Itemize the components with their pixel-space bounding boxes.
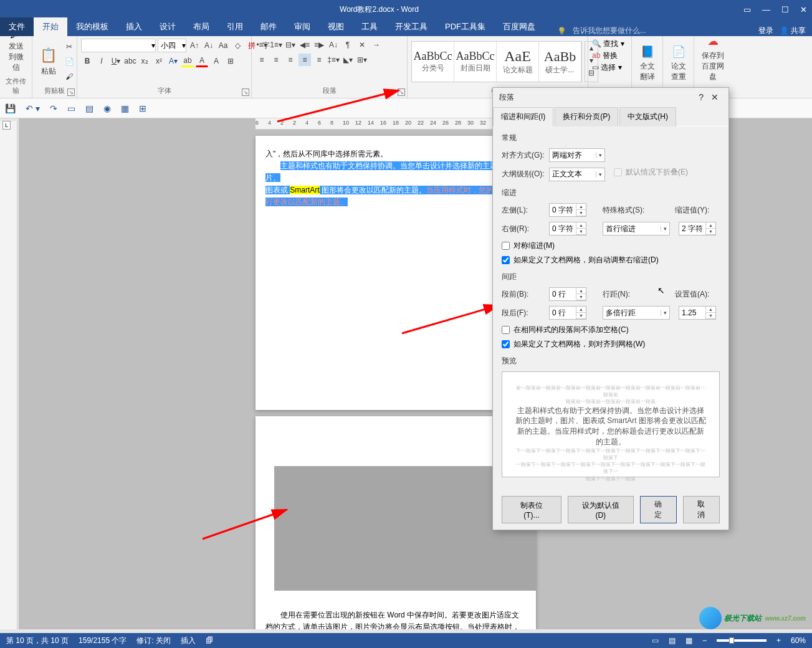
zoom-percent[interactable]: 60%: [791, 636, 806, 645]
view-web-icon[interactable]: ▦: [685, 636, 692, 645]
justify-icon[interactable]: ≡: [299, 54, 311, 66]
style-item-2[interactable]: AaBbCc封面日期: [454, 42, 497, 82]
full-translate-button[interactable]: 📘 全文 翻译: [636, 42, 659, 85]
select-button[interactable]: ▭ 选择 ▾: [592, 62, 622, 73]
align-left-icon[interactable]: ≡: [256, 54, 268, 66]
cut-icon[interactable]: ✂: [63, 40, 75, 53]
save-baidu-button[interactable]: ☁ 保存到 百度网盘: [698, 36, 728, 85]
line-spacing-icon[interactable]: ‡≡▾: [327, 54, 340, 66]
increase-indent-icon[interactable]: ≡▶: [313, 39, 325, 51]
undo-icon[interactable]: ↶ ▾: [26, 103, 40, 113]
copy-icon[interactable]: 📄: [63, 55, 75, 68]
tab-insert[interactable]: 插入: [117, 17, 151, 36]
auto-adjust-grid-checkbox[interactable]: 如果定义了文档网格，则自动调整右缩进(D): [502, 255, 720, 265]
zoom-in-icon[interactable]: +: [776, 636, 781, 645]
format-painter-icon[interactable]: 🖌: [63, 70, 75, 83]
text-effects-icon[interactable]: A▾: [167, 55, 179, 67]
style-gallery[interactable]: AaBbCc分类号 AaBbCc封面日期 AaE论文标题 AaBb硕士学...: [411, 41, 582, 82]
style-item-3[interactable]: AaE论文标题: [497, 42, 539, 82]
bullets-icon[interactable]: •≡▾: [256, 39, 268, 51]
char-shading-icon[interactable]: ⊞: [224, 55, 237, 67]
align-right-icon[interactable]: ≡: [284, 54, 297, 66]
shading-icon[interactable]: ◣▾: [342, 54, 354, 66]
char-border-icon[interactable]: A: [210, 55, 222, 67]
qat-icon-1[interactable]: ▭: [67, 103, 75, 113]
font-size-select[interactable]: 小四▾: [158, 39, 186, 52]
indent-right-spinner[interactable]: ▲▼: [549, 222, 586, 236]
rtl-icon[interactable]: →: [370, 39, 383, 51]
cancel-button[interactable]: 取消: [683, 496, 720, 523]
tab-design[interactable]: 设计: [151, 17, 184, 36]
status-insert[interactable]: 插入: [181, 636, 196, 646]
clear-format-icon[interactable]: ◇: [231, 39, 244, 52]
status-page[interactable]: 第 10 页，共 10 页: [6, 636, 69, 646]
mirror-indent-checkbox[interactable]: 对称缩进(M): [502, 241, 720, 251]
special-format-select[interactable]: 首行缩进▾: [603, 222, 670, 236]
status-lang-icon[interactable]: 🗐: [206, 636, 213, 645]
snap-grid-checkbox[interactable]: 如果定义了文档网格，则对齐到网格(W): [502, 339, 720, 350]
tab-view[interactable]: 视图: [319, 17, 353, 36]
collapse-checkbox[interactable]: 默认情况下折叠(E): [614, 167, 688, 178]
send-to-wechat-button[interactable]: 💬 发送 到微信: [4, 36, 28, 75]
close-icon[interactable]: ✕: [800, 5, 807, 14]
line-spacing-select[interactable]: 多倍行距▾: [603, 306, 670, 320]
dialog-help-icon[interactable]: ?: [695, 92, 707, 102]
redo-icon[interactable]: ↷: [50, 103, 57, 113]
font-color-icon[interactable]: A: [196, 55, 208, 67]
italic-icon[interactable]: I: [95, 55, 108, 67]
increase-font-icon[interactable]: A↑: [188, 39, 201, 52]
align-center-icon[interactable]: ≡: [270, 54, 282, 66]
paragraph-launcher[interactable]: ↘: [398, 88, 405, 96]
indent-value-spinner[interactable]: ▲▼: [679, 222, 716, 236]
clipboard-launcher[interactable]: ↘: [67, 88, 75, 96]
dialog-tab-chinese[interactable]: 中文版式(H): [619, 107, 676, 126]
subscript-icon[interactable]: x₂: [138, 55, 151, 67]
tell-me-icon[interactable]: 💡: [557, 27, 566, 36]
sort-icon[interactable]: A↓: [327, 39, 340, 51]
tab-file[interactable]: 文件: [0, 17, 34, 36]
strike-icon[interactable]: abc: [124, 55, 136, 67]
tab-tools[interactable]: 工具: [353, 17, 386, 36]
change-case-icon[interactable]: Aa: [217, 39, 229, 52]
zoom-out-icon[interactable]: −: [702, 636, 707, 645]
highlight-icon[interactable]: ab: [181, 55, 194, 67]
ltr-icon[interactable]: ✕: [356, 39, 368, 51]
tab-mailings[interactable]: 邮件: [252, 17, 285, 36]
font-name-select[interactable]: ▾: [81, 39, 156, 52]
dialog-close-icon[interactable]: ✕: [707, 92, 722, 102]
indent-left-spinner[interactable]: ▲▼: [549, 203, 586, 217]
style-item-1[interactable]: AaBbCc分类号: [412, 42, 454, 82]
decrease-indent-icon[interactable]: ◀≡: [299, 39, 311, 51]
outline-level-select[interactable]: 正文文本▾: [549, 168, 605, 181]
underline-icon[interactable]: U▾: [110, 55, 122, 67]
bold-icon[interactable]: B: [81, 55, 93, 67]
set-at-spinner[interactable]: ▲▼: [679, 306, 716, 320]
paper-check-button[interactable]: 📄 论文 查重: [667, 42, 690, 85]
ribbon-options-icon[interactable]: ▭: [743, 5, 751, 14]
save-icon[interactable]: 💾: [5, 103, 16, 113]
numbering-icon[interactable]: 1≡▾: [270, 39, 282, 51]
tab-developer[interactable]: 开发工具: [386, 17, 436, 36]
style-item-4[interactable]: AaBb硕士学...: [539, 42, 581, 82]
qat-icon-5[interactable]: ⊞: [139, 103, 146, 113]
superscript-icon[interactable]: x²: [153, 55, 165, 67]
tell-me[interactable]: 告诉我您想要做什么...: [573, 26, 646, 36]
borders-icon[interactable]: ⊞▾: [356, 54, 368, 66]
zoom-slider[interactable]: [717, 639, 767, 642]
ruler-tab-button[interactable]: L: [2, 121, 11, 130]
tab-mytemplate[interactable]: 我的模板: [67, 17, 117, 36]
tab-home[interactable]: 开始: [34, 17, 67, 36]
find-button[interactable]: 🔍 查找 ▾: [592, 39, 624, 49]
paste-button[interactable]: 📋 粘贴: [36, 45, 60, 79]
share-button[interactable]: 👤 共享: [780, 26, 806, 36]
tab-layout[interactable]: 布局: [184, 17, 218, 36]
set-default-button[interactable]: 设为默认值(D): [568, 496, 634, 523]
font-launcher[interactable]: ↘: [242, 88, 249, 96]
dialog-title-bar[interactable]: 段落 ? ✕: [493, 88, 728, 107]
horizontal-ruler[interactable]: 642246810121416182022242628303234: [256, 118, 505, 130]
qat-icon-2[interactable]: ▤: [85, 103, 93, 113]
minimize-icon[interactable]: —: [762, 5, 770, 14]
tabstops-button[interactable]: 制表位(T)...: [502, 496, 561, 523]
tab-baidu[interactable]: 百度网盘: [494, 17, 544, 36]
tab-pdftools[interactable]: PDF工具集: [436, 17, 494, 36]
